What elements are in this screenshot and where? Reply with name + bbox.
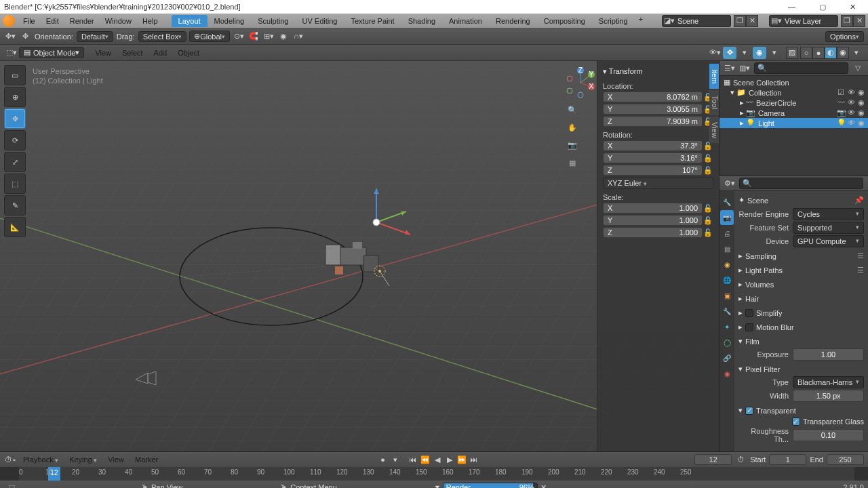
overlay-toggle[interactable]: ◉ — [753, 47, 766, 59]
ptab-world[interactable]: 🌐 — [720, 272, 734, 287]
scale-z[interactable]: Z1.000 — [603, 227, 703, 238]
location-z[interactable]: Z7.9039 m — [603, 116, 703, 127]
feature-set-dropdown[interactable]: Supported — [793, 222, 864, 234]
add-menu[interactable]: Add — [149, 47, 173, 58]
maximize-button[interactable]: ▢ — [807, 0, 837, 14]
gizmo-icon[interactable]: ✥▾ — [3, 30, 17, 43]
section-simplify[interactable]: ▸Simplify — [738, 307, 864, 319]
proportional-icon[interactable]: ◉ — [277, 30, 290, 43]
section-volumes[interactable]: ▸Volumes — [738, 279, 864, 290]
device-dropdown[interactable]: GPU Compute — [793, 235, 864, 247]
shading-solid[interactable]: ● — [812, 47, 825, 59]
end-frame[interactable]: 250 — [827, 454, 864, 465]
menu-file[interactable]: File — [18, 16, 41, 26]
ptab-modifier[interactable]: 🔧 — [720, 304, 734, 319]
workspace-tab-scripting[interactable]: Scripting — [592, 15, 635, 27]
rotate-tool[interactable]: ⟳ — [4, 130, 26, 150]
new-scene-button[interactable]: ❐ — [734, 15, 746, 27]
outliner-bezier[interactable]: ▸ 〰 BezierCircle 〰👁◉ — [719, 98, 868, 108]
annotate-tool[interactable]: ✎ — [4, 195, 26, 216]
timeline-view-menu[interactable]: View — [102, 454, 130, 465]
workspace-tab-texpaint[interactable]: Texture Paint — [344, 15, 401, 27]
outliner-search[interactable]: 🔍 — [754, 62, 848, 74]
workspace-tab-sculpting[interactable]: Sculpting — [251, 15, 295, 27]
ptab-tool[interactable]: 🔧 — [720, 195, 734, 209]
section-transparent[interactable]: ▾✓Transparent — [738, 405, 864, 416]
visibility-icon[interactable]: 👁▾ — [708, 47, 722, 59]
outliner-camera[interactable]: ▸ 📷 Camera 📷👁◉ — [719, 108, 868, 118]
section-film[interactable]: ▾Film — [738, 336, 864, 347]
xray-toggle[interactable]: ▨ — [786, 47, 798, 59]
scene-selector[interactable]: ◪▾ — [662, 15, 731, 27]
section-motion-blur[interactable]: ▸Motion Blur — [738, 321, 864, 333]
ptab-viewlayer[interactable]: ▤ — [720, 241, 734, 256]
workspace-tab-modeling[interactable]: Modeling — [208, 15, 252, 27]
transparent-glass-checkbox[interactable]: ✓ — [792, 418, 800, 426]
move-tool[interactable]: ✥ — [4, 108, 26, 129]
move-gizmo-icon[interactable]: ✥ — [18, 30, 32, 43]
add-workspace-button[interactable]: + — [635, 15, 647, 27]
3d-viewport[interactable]: ▭ ⊕ ✥ ⟳ ⤢ ⬚ ✎ 📐 User Perspective (12) Co… — [0, 61, 719, 451]
render-engine-dropdown[interactable]: Cycles — [793, 208, 864, 220]
visibility-icon[interactable]: 👁 — [847, 88, 855, 97]
transform-panel-header[interactable]: ▾ Transform — [603, 65, 713, 78]
motion-blur-checkbox[interactable] — [745, 323, 753, 331]
delete-scene-button[interactable]: ✕ — [746, 15, 758, 27]
outliner-light[interactable]: ▸ 💡 Light 💡👁◉ — [719, 118, 868, 128]
pixel-filter-width-field[interactable]: 1.50 px — [793, 390, 864, 402]
workspace-tab-shading[interactable]: Shading — [401, 15, 442, 27]
perspective-icon[interactable]: ▦ — [565, 155, 580, 171]
section-pixel-filter[interactable]: ▾Pixel Filter — [738, 363, 864, 375]
statusbar-editor-icon[interactable]: ⬚ — [5, 481, 18, 488]
location-y[interactable]: Y3.0055 m — [603, 104, 703, 115]
select-box-tool[interactable]: ▭ — [4, 65, 26, 85]
roughness-threshold-field[interactable]: 0.10 — [793, 429, 864, 441]
snap-toggle-icon[interactable]: 🧲 — [247, 30, 260, 43]
autokey-popover[interactable]: ▾ — [390, 454, 401, 465]
marker-menu[interactable]: Marker — [130, 454, 163, 465]
play-button[interactable]: ▶ — [444, 454, 455, 465]
shading-popover-icon[interactable]: ▾ — [850, 47, 863, 59]
overlay-popover-icon[interactable]: ▾ — [768, 47, 781, 59]
cursor-tool[interactable]: ⊕ — [4, 87, 26, 107]
timeline-editor-icon[interactable]: ⏱▾ — [3, 453, 17, 466]
lock-scale-x-icon[interactable]: 🔓 — [703, 204, 713, 213]
rotation-mode-dropdown[interactable]: XYZ Euler — [603, 177, 713, 189]
current-frame[interactable]: 12 — [694, 454, 732, 465]
properties-editor-icon[interactable]: ⚙▾ — [723, 178, 736, 190]
section-light-paths[interactable]: ▸Light Paths☰ — [738, 264, 864, 276]
blender-logo-icon[interactable] — [3, 15, 15, 27]
proportional-type-icon[interactable]: ∩▾ — [292, 30, 305, 43]
light-data-icon[interactable]: 💡 — [837, 119, 845, 127]
transparent-checkbox[interactable]: ✓ — [745, 407, 753, 415]
rotation-x[interactable]: X37.3° — [603, 140, 703, 151]
curve-data-icon[interactable]: 〰 — [837, 98, 845, 107]
exposure-field[interactable]: 1.00 — [793, 348, 864, 361]
playback-menu[interactable]: Playback — [18, 454, 64, 465]
scale-y[interactable]: Y1.000 — [603, 215, 703, 226]
menu-window[interactable]: Window — [100, 16, 137, 26]
ptab-object[interactable]: ▣ — [720, 288, 734, 303]
collection-checkbox-icon[interactable]: ☑ — [837, 88, 845, 97]
ptab-particle[interactable]: ✦ — [720, 319, 734, 334]
snap-type-icon[interactable]: ⊞▾ — [262, 30, 275, 43]
workspace-tab-compositing[interactable]: Compositing — [537, 15, 592, 27]
ptab-constraint[interactable]: 🔗 — [720, 350, 734, 365]
visibility-icon[interactable]: 👁 — [847, 108, 855, 117]
section-hair[interactable]: ▸Hair — [738, 293, 864, 304]
ptab-physics[interactable]: ◯ — [720, 335, 734, 350]
new-view-layer-button[interactable]: ❐ — [841, 15, 853, 27]
workspace-tab-animation[interactable]: Animation — [442, 15, 489, 27]
camera-data-icon[interactable]: 📷 — [837, 108, 845, 117]
ptab-render[interactable]: 📷 — [720, 210, 734, 225]
ptab-data[interactable]: ◉ — [720, 366, 734, 381]
lock-rot-z-icon[interactable]: 🔓 — [703, 166, 713, 175]
simplify-checkbox[interactable] — [745, 309, 753, 317]
outliner-display-icon[interactable]: ▥▾ — [738, 62, 751, 75]
gizmo-popover-icon[interactable]: ▾ — [738, 47, 751, 59]
pixel-filter-type-dropdown[interactable]: Blackman-Harris — [793, 376, 864, 388]
render-visibility-icon[interactable]: ◉ — [857, 88, 865, 97]
render-visibility-icon[interactable]: ◉ — [857, 108, 865, 117]
pin-icon[interactable]: 📌 — [854, 196, 864, 205]
scale-x[interactable]: X1.000 — [603, 203, 703, 214]
